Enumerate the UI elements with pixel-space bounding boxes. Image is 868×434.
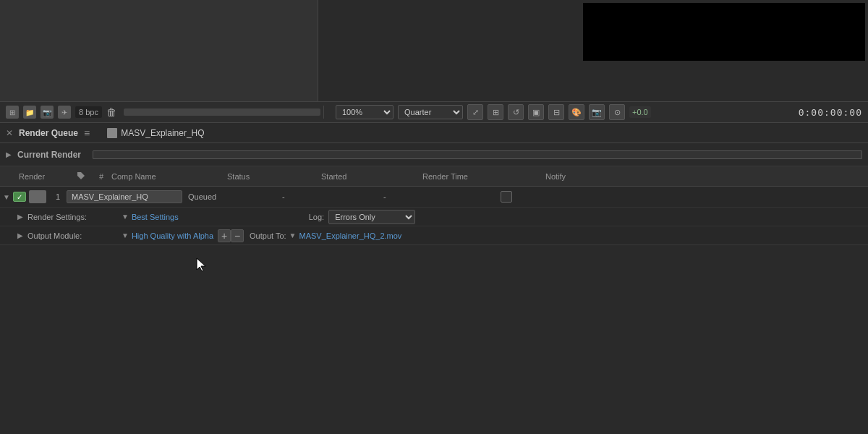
adjust-icon[interactable]: ⊟ [548,104,564,120]
th-notify: Notify [545,172,865,181]
progress-bar [124,109,320,116]
render-settings-dropdown-arrow[interactable]: ▼ [122,213,129,221]
output-module-expand[interactable]: ▶ [17,231,27,239]
panel-header: ✕ Render Queue ≡ MASV_Explainer_HQ [0,123,868,143]
color-icon[interactable]: 🎨 [569,104,584,120]
row-render-time: - [378,192,501,201]
render-settings-dropdown: ▼ Best Settings [122,213,179,221]
row-number: 1 [49,192,67,201]
log-label: Log: [309,213,324,221]
th-comp: Comp Name [111,172,227,181]
row-expand-arrow[interactable]: ▼ [3,193,13,201]
folder-icon[interactable]: 📁 [23,106,36,119]
render-settings-row: ▶ Render Settings: ▼ Best Settings Log: … [0,207,868,226]
panel-tab: MASV_Explainer_HQ [107,128,204,138]
output-add-button[interactable]: + [218,229,231,242]
time-display: 0:00:00:00 [799,107,862,118]
output-to-label: Output To: [250,231,286,240]
current-render-expand[interactable]: ▶ [6,150,12,158]
clock-icon[interactable]: ⊙ [609,104,625,120]
log-select[interactable]: Errors Only [328,210,415,224]
bpc-display: 8 bpc [75,106,102,118]
panel-title: Render Queue [19,128,78,138]
output-module-dropdown-arrow[interactable]: ▼ [122,231,129,239]
th-tag [71,171,91,182]
output-module-row: ▶ Output Module: ▼ High Quality with Alp… [0,226,868,244]
current-render-section: ▶ Current Render [0,143,868,166]
row-tag-color [29,190,46,203]
output-minus-button[interactable]: − [231,229,244,242]
camera-icon[interactable]: 📷 [41,106,54,119]
toolbar-left: ⊞ 📁 📷 ✈ 8 bpc 🗑 [6,106,324,119]
trash-icon[interactable]: 🗑 [106,106,116,118]
th-status: Status [227,172,321,181]
queue-row-main: ▼ 1 MASV_Explainer_HQ Queued - - [0,187,868,207]
tab-icon [107,128,117,138]
panel-close-icon[interactable]: ✕ [6,128,13,138]
th-num: # [91,172,111,181]
preview-right-panel [318,0,868,101]
send-icon[interactable]: ✈ [58,106,71,119]
cursor [195,257,210,276]
row-notify [501,191,865,203]
output-module-label: Output Module: [27,231,122,240]
layers-icon[interactable]: ⊞ [6,106,19,119]
grid-icon[interactable]: ⊞ [488,104,503,120]
preview-black-box [583,3,865,61]
row-status: Queued [182,192,276,201]
render-settings-expand[interactable]: ▶ [17,213,27,221]
output-to-value[interactable]: MASV_Explainer_HQ_2.mov [299,231,402,240]
fit-icon[interactable]: ⤢ [467,104,483,120]
comp-name-field: MASV_Explainer_HQ [67,190,182,203]
output-module-value[interactable]: High Quality with Alpha [132,231,213,240]
render-progress-bar [93,150,862,159]
table-header: Render # Comp Name Status Started Render… [0,166,868,187]
tab-name: MASV_Explainer_HQ [121,128,204,138]
toolbar-right: 100% Quarter ⤢ ⊞ ↺ ▣ ⊟ 🎨 📷 ⊙ +0.0 0:00:0… [328,104,862,120]
refresh-icon[interactable]: ↺ [508,104,524,120]
th-render-time: Render Time [422,172,545,181]
render-checkbox[interactable] [13,192,26,202]
preview-left-panel [0,0,318,101]
row-started: - [276,192,378,201]
output-to-dropdown-arrow[interactable]: ▼ [289,231,297,239]
th-started: Started [321,172,422,181]
render-settings-value[interactable]: Best Settings [132,213,179,221]
offset-display: +0.0 [629,106,651,118]
main-toolbar: ⊞ 📁 📷 ✈ 8 bpc 🗑 100% Quarter ⤢ ⊞ ↺ ▣ ⊟ 🎨… [0,101,868,123]
render-settings-label: Render Settings: [27,213,122,221]
panel-menu-icon[interactable]: ≡ [84,127,90,139]
queue-item: ▼ 1 MASV_Explainer_HQ Queued - - ▶ Rende… [0,187,868,245]
snapshot-icon[interactable]: 📷 [589,104,605,120]
zoom-select[interactable]: 100% [336,105,393,119]
monitor-icon[interactable]: ▣ [528,104,544,120]
notify-checkbox[interactable] [501,191,512,203]
quality-select[interactable]: Quarter [398,105,463,119]
current-render-label: Current Render [17,150,81,160]
th-render: Render [13,172,71,181]
output-module-dropdown: ▼ High Quality with Alpha [122,231,213,240]
